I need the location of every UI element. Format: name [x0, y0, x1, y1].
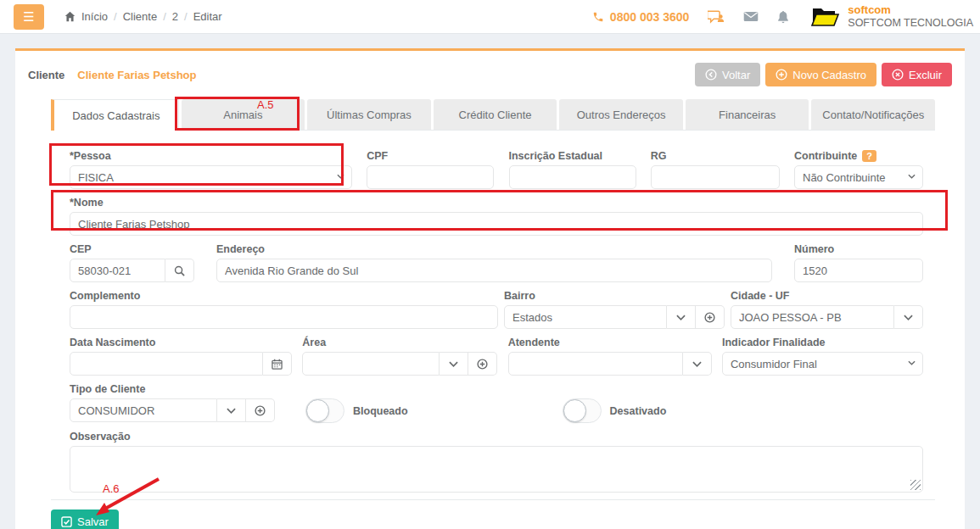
field-nome: *Nome — [70, 196, 923, 236]
atendente-dropdown-button[interactable] — [683, 352, 712, 376]
breadcrumb: Início / Cliente / 2 / Editar — [64, 10, 222, 23]
page-title: Cliente — [28, 69, 64, 81]
field-rg: RG — [651, 149, 780, 189]
breadcrumb-current: Editar — [193, 10, 222, 23]
breadcrumb-home[interactable]: Início — [81, 10, 108, 23]
atendente-input[interactable] — [508, 352, 683, 376]
tipo-cliente-add-button[interactable] — [246, 398, 275, 422]
observacao-textarea[interactable] — [70, 446, 923, 493]
indicador-finalidade-label: Indicador Finalidade — [722, 336, 923, 348]
cpf-input[interactable] — [367, 165, 494, 189]
complemento-input[interactable] — [70, 305, 498, 329]
phone-icon — [592, 11, 604, 23]
brand[interactable]: softcom SOFTCOM TECNOLOGIA — [808, 3, 975, 31]
menu-toggle-button[interactable]: ☰ — [14, 4, 44, 30]
novo-cadastro-button[interactable]: Novo Cadastro — [765, 63, 876, 86]
inscricao-estadual-label: Inscrição Estadual — [509, 149, 636, 162]
tab-contato-notificacoes[interactable]: Contato/Notificações — [811, 99, 935, 130]
home-icon — [64, 11, 76, 22]
desativado-toggle[interactable] — [563, 398, 602, 423]
pessoa-select[interactable]: FISICA — [70, 165, 352, 189]
contribuinte-label: Contribuinte — [794, 150, 857, 162]
breadcrumb-cliente[interactable]: Cliente — [123, 10, 157, 23]
help-icon[interactable]: ? — [862, 150, 876, 162]
brand-name: softcom — [848, 4, 973, 17]
bloqueado-toggle[interactable] — [305, 398, 344, 423]
notifications-bell-icon[interactable] — [777, 10, 789, 24]
breadcrumb-separator: / — [163, 10, 166, 23]
field-cpf: CPF — [367, 149, 494, 189]
cep-label: CEP — [70, 242, 194, 255]
cep-input[interactable] — [70, 259, 165, 282]
field-indicador-finalidade: Indicador Finalidade Consumidor Final — [722, 336, 923, 376]
tab-bar: Dados Cadastrais Animais Últimas Compras… — [51, 99, 935, 131]
bairro-label: Bairro — [504, 289, 725, 302]
field-pessoa: *Pessoa FISICA — [70, 149, 352, 189]
times-circle-icon — [892, 69, 904, 81]
tab-credito-cliente[interactable]: Crédito Cliente — [434, 99, 557, 130]
tab-animais[interactable]: Animais — [182, 99, 305, 130]
tab-dados-cadastrais[interactable]: Dados Cadastrais — [51, 99, 179, 131]
breadcrumb-id[interactable]: 2 — [172, 10, 178, 23]
entity-name: Cliente Farias Petshop — [77, 69, 196, 81]
tipo-cliente-dropdown-button[interactable] — [217, 398, 246, 422]
area-input[interactable] — [302, 352, 440, 376]
tab-ultimas-compras[interactable]: Últimas Compras — [307, 99, 431, 130]
tab-financeiras[interactable]: Financeiras — [686, 99, 809, 130]
field-atendente: Atendente — [508, 336, 712, 376]
chevron-down-icon — [337, 174, 344, 179]
rg-input[interactable] — [651, 165, 780, 189]
mail-icon[interactable] — [743, 11, 759, 22]
chevron-down-icon — [904, 315, 913, 320]
bloqueado-label: Bloqueado — [353, 405, 408, 417]
tipo-cliente-input[interactable] — [70, 398, 217, 422]
breadcrumb-separator: / — [114, 10, 117, 23]
pessoa-value: FISICA — [78, 171, 114, 184]
form-divider — [51, 499, 935, 500]
field-data-nascimento: Data Nascimento — [70, 336, 292, 376]
cidade-uf-label: Cidade - UF — [731, 289, 923, 302]
desativado-label: Desativado — [610, 405, 667, 417]
field-cep: CEP — [70, 242, 194, 282]
cidade-uf-dropdown-button[interactable] — [894, 305, 923, 329]
salvar-label: Salvar — [77, 515, 109, 528]
endereco-input[interactable] — [216, 259, 772, 282]
excluir-button[interactable]: Excluir — [882, 63, 952, 86]
field-cidade-uf: Cidade - UF — [731, 289, 923, 329]
bloqueado-toggle-group: Bloqueado — [305, 398, 408, 423]
contribuinte-select[interactable]: Não Contribuinte — [794, 165, 923, 189]
excluir-label: Excluir — [909, 69, 942, 81]
cidade-uf-input[interactable] — [731, 305, 894, 329]
observacao-label: Observação — [70, 430, 923, 443]
plus-circle-icon — [255, 405, 266, 416]
area-add-button[interactable] — [468, 352, 497, 376]
calendar-button[interactable] — [263, 352, 292, 376]
field-complemento: Complemento — [70, 289, 498, 329]
chat-support-icon[interactable] — [708, 10, 725, 24]
cep-search-button[interactable] — [165, 259, 194, 282]
voltar-label: Voltar — [722, 69, 750, 81]
numero-label: Número — [794, 242, 923, 255]
bairro-add-button[interactable] — [696, 305, 725, 329]
voltar-button[interactable]: Voltar — [695, 63, 760, 86]
nome-input[interactable] — [70, 212, 923, 236]
brand-company: SOFTCOM TECNOLOGIA — [848, 17, 973, 29]
inscricao-estadual-input[interactable] — [509, 165, 636, 189]
plus-circle-icon — [776, 69, 787, 81]
area-dropdown-button[interactable] — [440, 352, 468, 376]
indicador-finalidade-select[interactable]: Consumidor Final — [722, 352, 923, 376]
salvar-button[interactable]: Salvar — [51, 510, 119, 529]
endereco-label: Endereço — [216, 242, 772, 255]
softcom-logo-icon — [808, 3, 842, 31]
bairro-dropdown-button[interactable] — [667, 305, 696, 329]
toggle-knob — [563, 399, 586, 422]
data-nascimento-label: Data Nascimento — [70, 336, 292, 348]
chevron-down-icon — [692, 361, 702, 367]
field-tipo-cliente: Tipo de Cliente — [70, 382, 275, 423]
tab-outros-enderecos[interactable]: Outros Endereços — [559, 99, 683, 130]
field-numero: Número — [794, 242, 923, 282]
data-nascimento-input[interactable] — [70, 352, 263, 376]
area-label: Área — [302, 336, 497, 348]
numero-input[interactable] — [794, 259, 923, 282]
bairro-input[interactable] — [504, 305, 667, 329]
